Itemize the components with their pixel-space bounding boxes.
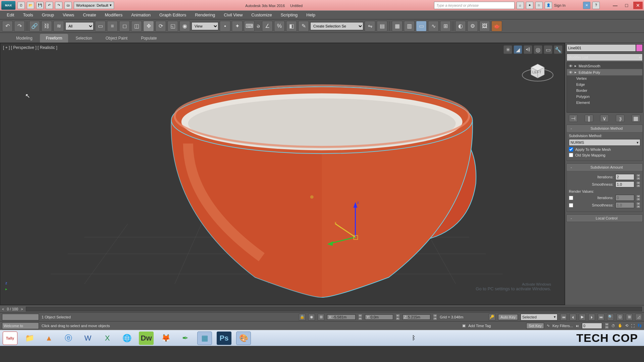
infocenter-icon[interactable]: ✕ bbox=[583, 2, 590, 9]
keyboard-icon[interactable]: ⌨ bbox=[244, 21, 255, 32]
mirror-icon[interactable]: ⇋ bbox=[365, 21, 375, 32]
object-color-swatch[interactable] bbox=[636, 44, 643, 52]
configure-sets-icon[interactable]: ▦ bbox=[632, 115, 640, 122]
menu-modifiers[interactable]: Modifiers bbox=[101, 11, 126, 19]
render-iterations-checkbox[interactable] bbox=[569, 196, 573, 200]
new-icon[interactable]: 🗋 bbox=[17, 2, 25, 9]
select-move-icon[interactable]: ✥ bbox=[143, 21, 154, 32]
selection-filter[interactable]: All bbox=[65, 22, 94, 30]
dreamweaver-icon[interactable]: Dw bbox=[139, 331, 154, 345]
render-smoothness-spinner[interactable]: 1.0 bbox=[615, 202, 634, 208]
z-coord-input[interactable]: Z: bbox=[402, 314, 431, 320]
select-object-icon[interactable]: ▭ bbox=[95, 21, 106, 32]
menu-views[interactable]: Views bbox=[59, 11, 78, 19]
bluetooth-icon[interactable]: ᛒ bbox=[412, 335, 416, 342]
keyfilters-button[interactable]: Key Filters... bbox=[552, 324, 573, 328]
menu-animation[interactable]: Animation bbox=[127, 11, 155, 19]
bind-icon[interactable]: ≋ bbox=[53, 21, 64, 32]
link-icon[interactable]: 🔗 bbox=[29, 21, 40, 32]
make-unique-icon[interactable]: ∨ bbox=[600, 115, 609, 122]
app-logo[interactable]: MAX bbox=[1, 1, 15, 10]
stack-item-meshsmooth[interactable]: 👁▸MeshSmooth bbox=[567, 63, 642, 69]
spin-down-icon[interactable]: ▾ bbox=[636, 205, 640, 208]
render-iterations-spinner[interactable]: 0 bbox=[615, 195, 634, 201]
redo-icon[interactable]: ↷ bbox=[55, 2, 62, 9]
timeline-prev-icon[interactable]: < bbox=[2, 307, 4, 311]
material-editor-icon[interactable]: ◐ bbox=[455, 21, 466, 32]
y-coord-input[interactable]: Y: bbox=[365, 314, 393, 320]
subdivision-method-combo[interactable]: NURMS▾ bbox=[569, 139, 640, 146]
setkey-button[interactable]: Set Key bbox=[526, 323, 544, 329]
modifier-list-dropdown[interactable]: Modifier List▾ bbox=[567, 54, 643, 61]
stack-item-vertex[interactable]: Vertex bbox=[567, 75, 642, 81]
unlink-icon[interactable]: ⛓ bbox=[41, 21, 52, 32]
user-icon[interactable]: 👤 bbox=[545, 2, 552, 9]
zoom-ext-icon[interactable]: ⊞ bbox=[626, 314, 633, 320]
menu-graph-editors[interactable]: Graph Editors bbox=[155, 11, 190, 19]
timeline-next-icon[interactable]: > bbox=[21, 307, 23, 311]
eye-icon[interactable]: 👁 bbox=[569, 70, 573, 74]
maximize-button[interactable]: □ bbox=[622, 2, 631, 9]
fov-icon[interactable]: ◿ bbox=[635, 314, 642, 320]
corel-icon[interactable]: ✒ bbox=[178, 331, 193, 345]
word-icon[interactable]: W bbox=[80, 331, 95, 345]
ribbon-tab-selection[interactable]: Selection bbox=[69, 34, 98, 43]
iterations-spinner[interactable]: 2 bbox=[615, 174, 634, 180]
autokey-button[interactable]: Auto Key bbox=[498, 314, 518, 320]
next-frame-icon[interactable]: ⏵ bbox=[588, 314, 595, 320]
menu-customize[interactable]: Customize bbox=[247, 11, 276, 19]
minimize-button[interactable]: — bbox=[610, 2, 620, 9]
ie-icon[interactable]: ⓔ bbox=[61, 331, 76, 345]
subdivision-method-rollout[interactable]: -Subdivision Method bbox=[567, 125, 642, 132]
spin-up-icon[interactable]: ▴ bbox=[636, 195, 640, 198]
object-name-input[interactable] bbox=[567, 44, 636, 52]
render-setup-icon[interactable]: ⚙ bbox=[467, 21, 478, 32]
abs-transform-icon[interactable]: ⊞ bbox=[318, 314, 324, 320]
key-mode-icon[interactable]: 🔑 bbox=[489, 314, 495, 320]
current-frame-spinner[interactable]: 0 bbox=[582, 323, 602, 329]
max-viewport-icon[interactable]: ⛶ bbox=[631, 324, 635, 328]
expand-icon[interactable]: ▸ bbox=[575, 70, 577, 74]
render-smoothness-checkbox[interactable] bbox=[569, 203, 573, 207]
angle-snap-icon[interactable]: ∠ bbox=[262, 21, 273, 32]
select-region-icon[interactable]: ◻ bbox=[119, 21, 130, 32]
spin-up-icon[interactable]: ▴ bbox=[636, 174, 640, 177]
spin-up-icon[interactable]: ▴ bbox=[636, 181, 640, 184]
project-icon[interactable]: 🗂 bbox=[64, 2, 72, 9]
timetag-icon[interactable]: ▣ bbox=[462, 323, 466, 328]
menu-civil-view[interactable]: Civil View bbox=[220, 11, 247, 19]
named-selection-sets[interactable]: Create Selection Se bbox=[310, 22, 363, 30]
menu-rendering[interactable]: Rendering bbox=[191, 11, 219, 19]
select-place-icon[interactable]: ◉ bbox=[179, 21, 190, 32]
select-scale-icon[interactable]: ◱ bbox=[167, 21, 178, 32]
3dsmax-icon[interactable]: ▦ bbox=[197, 331, 212, 345]
zoom-all-icon[interactable]: ⊡ bbox=[616, 314, 623, 320]
stack-item-edge[interactable]: Edge bbox=[567, 81, 642, 87]
save-icon[interactable]: 💾 bbox=[36, 2, 44, 9]
render-icon[interactable]: 🫖 bbox=[491, 21, 502, 32]
align-icon[interactable]: ▤ bbox=[377, 21, 387, 32]
key-step-icon[interactable]: ⏯ bbox=[576, 324, 579, 328]
selection-lock-icon[interactable]: 🔒 bbox=[299, 314, 306, 320]
x-coord-input[interactable]: X: bbox=[327, 314, 355, 320]
use-pivot-icon[interactable]: ▪ bbox=[220, 21, 230, 32]
exchange-icon[interactable]: ✦ bbox=[526, 2, 533, 9]
tally-icon[interactable]: Tally bbox=[3, 331, 17, 345]
pan-icon[interactable]: ✋ bbox=[618, 323, 623, 328]
window-crossing-icon[interactable]: ◫ bbox=[131, 21, 142, 32]
eye-icon[interactable]: 👁 bbox=[569, 64, 573, 68]
schematic-icon[interactable]: ⊞ bbox=[440, 21, 451, 32]
menu-create[interactable]: Create bbox=[79, 11, 100, 19]
undo-icon[interactable]: ↶ bbox=[46, 2, 53, 9]
curve-editor-icon[interactable]: ∿ bbox=[428, 21, 439, 32]
pin-stack-icon[interactable]: ⊣ bbox=[569, 115, 578, 122]
spinner-icon[interactable]: ◧ bbox=[286, 21, 297, 32]
expand-icon[interactable]: ▸ bbox=[575, 64, 577, 68]
modifier-stack[interactable]: 👁▸MeshSmooth👁▸Editable PolyVertexEdgeBor… bbox=[567, 62, 643, 113]
spin-down-icon[interactable]: ▾ bbox=[636, 184, 640, 187]
keymode-combo[interactable]: Selected▾ bbox=[521, 314, 557, 320]
cup-object[interactable] bbox=[171, 85, 476, 297]
select-rotate-icon[interactable]: ⟳ bbox=[155, 21, 166, 32]
goto-start-icon[interactable]: ⏮ bbox=[560, 314, 567, 320]
help-icon[interactable]: ? bbox=[592, 2, 600, 9]
